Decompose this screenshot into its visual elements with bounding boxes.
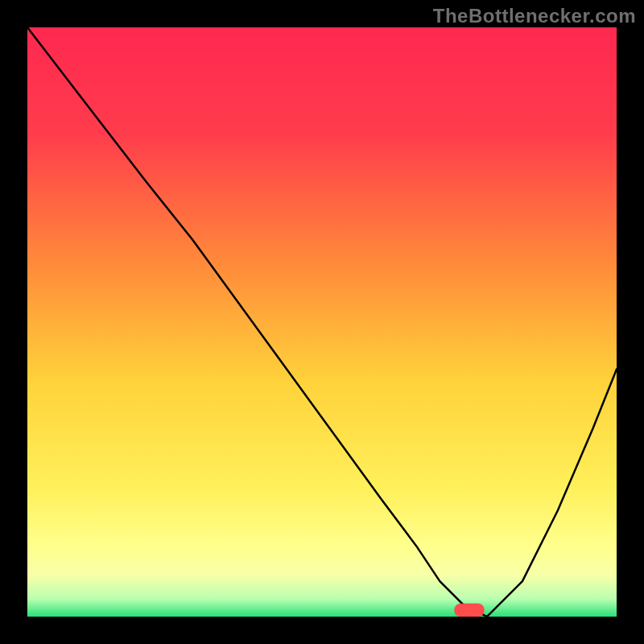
watermark-text: TheBottlenecker.com <box>433 5 636 27</box>
plot-area <box>27 27 617 617</box>
chart-frame: TheBottlenecker.com <box>0 0 644 644</box>
chart-svg <box>27 27 617 617</box>
optimal-marker <box>455 604 485 617</box>
gradient-rect <box>27 27 617 617</box>
